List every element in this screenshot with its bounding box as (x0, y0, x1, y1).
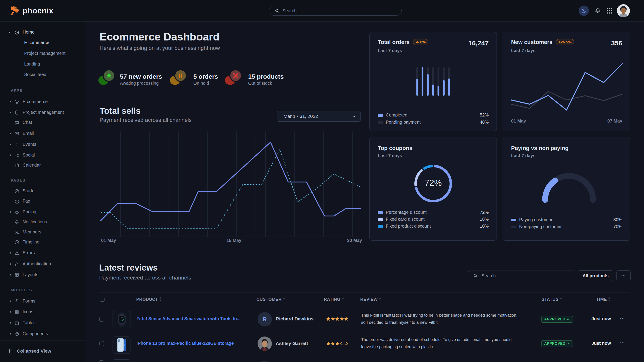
svg-text:7:38: 7:38 (120, 317, 124, 318)
